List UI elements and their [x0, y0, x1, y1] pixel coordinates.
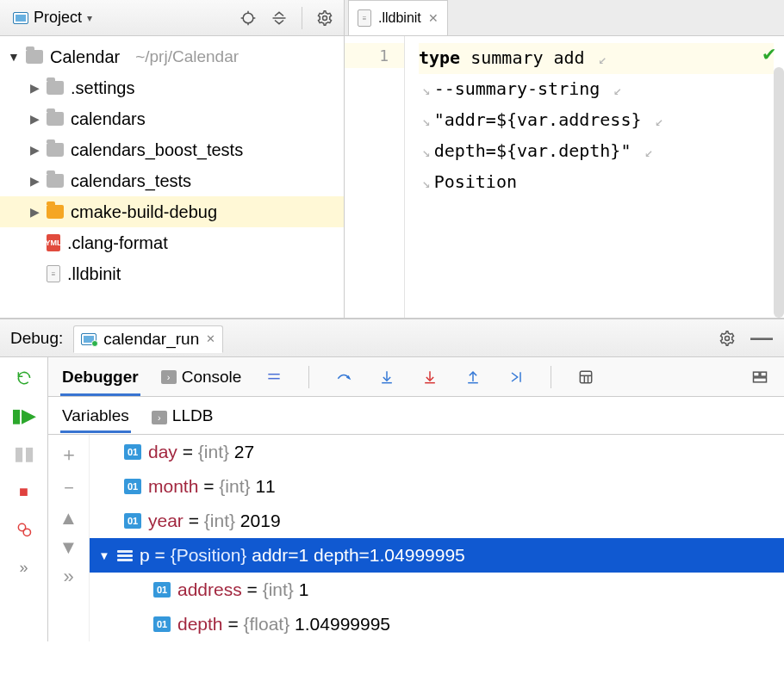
tree-item[interactable]: ▶ calendars_tests: [0, 165, 344, 196]
editor-body[interactable]: 1 type summary add ↙ ↘--summary-string ↙…: [345, 36, 784, 318]
gear-icon[interactable]: [313, 6, 337, 30]
int-badge-icon: 01: [124, 479, 141, 494]
line-number: 1: [345, 43, 404, 68]
run-config-icon: [81, 333, 96, 345]
tree-root-path: ~/prj/Calendar: [135, 47, 239, 66]
close-icon[interactable]: ✕: [428, 11, 439, 25]
wrap-arrow-icon: ↘: [422, 82, 431, 98]
code-area[interactable]: type summary add ↙ ↘--summary-string ↙ ↘…: [405, 36, 784, 318]
svg-point-0: [243, 13, 253, 23]
debug-run-config-tab[interactable]: calendar_run ✕: [73, 325, 223, 353]
module-icon: [13, 12, 28, 24]
target-icon[interactable]: [236, 6, 260, 30]
more-icon[interactable]: »: [12, 555, 36, 579]
project-tree[interactable]: ▼ Calendar ~/prj/Calendar ▶ .settings ▶ …: [0, 36, 344, 318]
tree-root[interactable]: ▼ Calendar ~/prj/Calendar: [0, 41, 344, 72]
svg-rect-25: [754, 377, 767, 381]
subtab-variables[interactable]: Variables: [60, 399, 131, 432]
debugger-tabstrip: Debugger ›Console: [48, 357, 784, 397]
run-to-cursor-icon[interactable]: [504, 365, 528, 389]
variable-row-selected[interactable]: ▼ p = {Position} addr=1 depth=1.04999995: [90, 538, 784, 573]
yml-file-icon: YML: [47, 234, 60, 251]
move-up-icon[interactable]: ▲: [59, 507, 78, 529]
tree-item[interactable]: ≡ .lldbinit: [0, 258, 344, 289]
chevron-right-icon[interactable]: ▶: [29, 81, 40, 95]
wrap-arrow-icon: ↙: [656, 113, 664, 129]
wrap-arrow-icon: ↘: [422, 175, 431, 191]
project-title: Project: [34, 9, 82, 27]
tree-item[interactable]: ▶ .settings: [0, 72, 344, 103]
variable-row[interactable]: 01 month = {int} 11: [90, 469, 784, 504]
breakpoints-icon[interactable]: [12, 517, 36, 542]
gutter: 1: [345, 36, 405, 318]
folder-icon: [47, 81, 64, 95]
add-watch-icon[interactable]: ＋: [59, 442, 78, 468]
chevron-down-icon[interactable]: ▼: [98, 549, 110, 562]
remove-watch-icon[interactable]: －: [59, 474, 78, 500]
wrap-arrow-icon: ↙: [644, 144, 653, 160]
wrap-arrow-icon: ↘: [422, 144, 431, 160]
step-into-icon[interactable]: [375, 365, 399, 389]
variable-row[interactable]: 01 depth = {float} 1.04999995: [90, 607, 784, 641]
layout-icon[interactable]: [748, 365, 772, 389]
chevron-right-icon[interactable]: ▶: [29, 174, 40, 188]
tab-debugger[interactable]: Debugger: [60, 359, 140, 395]
svg-point-9: [23, 529, 30, 536]
chevron-right-icon[interactable]: ▶: [29, 143, 40, 157]
wrap-arrow-icon: ↘: [422, 113, 431, 129]
gear-icon[interactable]: [715, 326, 739, 350]
threads-icon[interactable]: [262, 365, 286, 389]
pause-icon[interactable]: ▮▮: [12, 442, 36, 466]
tree-item[interactable]: ▶ calendars: [0, 103, 344, 134]
tree-item-selected[interactable]: ▶ cmake-build-debug: [0, 196, 344, 227]
check-icon: ✔: [763, 41, 775, 65]
minimize-icon[interactable]: —: [750, 326, 774, 350]
chevron-right-icon[interactable]: ▶: [29, 112, 40, 126]
file-icon: ≡: [358, 9, 371, 27]
evaluate-icon[interactable]: [574, 365, 598, 389]
project-toolbar: Project ▾: [0, 0, 344, 36]
resume-icon[interactable]: ▮▶: [12, 404, 36, 428]
variable-row[interactable]: 01 year = {int} 2019: [90, 504, 784, 538]
tree-item[interactable]: YML .clang-format: [0, 227, 344, 258]
close-icon[interactable]: ✕: [206, 332, 215, 345]
editor-tab[interactable]: ≡ .lldbinit ✕: [348, 0, 448, 35]
svg-point-6: [323, 15, 327, 20]
rerun-icon[interactable]: [12, 366, 36, 390]
debugger-subtabs: Variables ›LLDB: [48, 397, 784, 435]
folder-icon: [47, 112, 64, 126]
int-badge-icon: 01: [124, 444, 141, 460]
editor-tabstrip: ≡ .lldbinit ✕: [345, 0, 784, 36]
wrap-arrow-icon: ↙: [613, 82, 622, 98]
stop-icon[interactable]: ■: [12, 480, 36, 504]
variables-toolbar: ＋ － ▲ ▼ »: [48, 435, 90, 641]
chevron-down-icon[interactable]: ▼: [9, 50, 19, 64]
variable-row[interactable]: 01 address = {int} 1: [90, 573, 784, 607]
svg-rect-23: [754, 372, 760, 376]
debug-label: Debug:: [10, 329, 63, 348]
tab-console[interactable]: ›Console: [159, 359, 244, 395]
tree-root-name: Calendar: [50, 47, 120, 67]
chevron-down-icon: ▾: [87, 12, 92, 24]
variable-row[interactable]: 01 day = {int} 27: [90, 435, 784, 469]
step-out-icon[interactable]: [461, 365, 485, 389]
folder-icon: [47, 143, 64, 157]
fold-icon[interactable]: [267, 6, 291, 30]
chevron-right-icon[interactable]: ▶: [29, 205, 40, 219]
editor-tab-filename: .lldbinit: [378, 10, 421, 26]
folder-icon: [47, 205, 64, 219]
tree-item[interactable]: ▶ calendars_boost_tests: [0, 134, 344, 165]
more-icon[interactable]: »: [63, 566, 73, 588]
svg-point-7: [725, 336, 730, 340]
struct-icon: [117, 548, 133, 563]
step-over-icon[interactable]: [332, 365, 356, 389]
int-badge-icon: 01: [153, 582, 171, 598]
force-step-into-icon[interactable]: [418, 365, 442, 389]
variables-list[interactable]: 01 day = {int} 27 01 month = {int} 11 01…: [90, 435, 784, 641]
move-down-icon[interactable]: ▼: [59, 536, 78, 559]
debug-header: Debug: calendar_run ✕ —: [0, 319, 784, 357]
run-config-name: calendar_run: [103, 330, 199, 349]
subtab-lldb[interactable]: ›LLDB: [150, 399, 215, 432]
project-view-selector[interactable]: Project ▾: [7, 4, 98, 31]
scrollbar[interactable]: [774, 67, 784, 318]
